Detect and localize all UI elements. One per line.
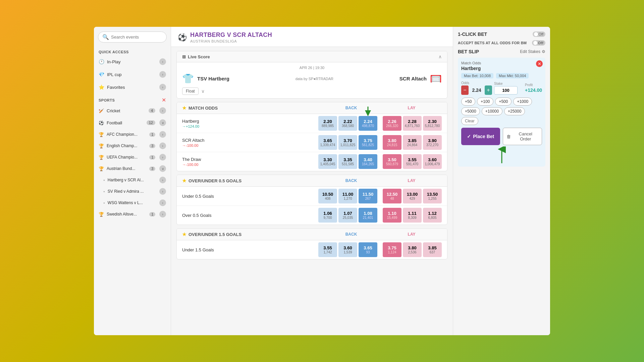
sidebar-item-football[interactable]: ⚽ Football 12 ∨ bbox=[94, 117, 171, 129]
lay-odds-cell[interactable]: 3.55 591,470 bbox=[403, 154, 422, 169]
englishchamp-badge: 3 bbox=[149, 144, 155, 148]
quick-stake-1000[interactable]: +1000 bbox=[513, 98, 532, 106]
place-bet-arrow bbox=[461, 146, 542, 163]
market-title: ★ MATCH ODDS bbox=[182, 105, 218, 111]
swedish-badge: 1 bbox=[149, 212, 155, 217]
englishchamp-arrow[interactable]: › bbox=[159, 142, 166, 149]
sidebar-item-swedishallsve[interactable]: 🏆 Swedish Allsve... 1 › bbox=[94, 208, 171, 220]
odds-group: 3.65 1,339,474 3.70 1,011,825 3.75 561,8… bbox=[236, 135, 442, 150]
lay-odds-cell[interactable]: 2.30 5,812,780 bbox=[423, 116, 442, 131]
lay-odds-cell[interactable]: 2.28 4,871,760 bbox=[403, 116, 422, 131]
back-main-odds-cell[interactable]: 1.08 21,401 bbox=[359, 208, 377, 223]
back-odds-cell[interactable]: 11.00 1,270 bbox=[338, 189, 357, 203]
runner-change: →-100.00 bbox=[182, 163, 236, 167]
back-odds-cell[interactable]: 2.22 368,580 bbox=[338, 116, 357, 131]
back-odds-cell[interactable]: 3.65 1,339,474 bbox=[318, 135, 337, 150]
lay-main-odds-cell[interactable]: 12.50 48 bbox=[383, 189, 401, 203]
place-bet-button[interactable]: ✓ Place Bet bbox=[461, 128, 500, 145]
lay-odds-cell[interactable]: 13.50 1,255 bbox=[423, 189, 442, 203]
afc-arrow[interactable]: › bbox=[159, 131, 166, 138]
lay-odds-cell[interactable]: 1.12 6,805 bbox=[423, 208, 442, 223]
sportradar-logo: data by SP●RTRADAR bbox=[296, 77, 333, 81]
back-odds-cell[interactable]: 1.06 9,700 bbox=[318, 208, 337, 223]
lay-main-odds-cell[interactable]: 3.75 1,124 bbox=[383, 242, 401, 257]
match-date: APR 26 | 19:30 bbox=[182, 66, 442, 70]
lay-odds-cell[interactable]: 1.11 8,309 bbox=[403, 208, 422, 223]
edit-stakes-button[interactable]: Edit Stakes ⚙ bbox=[520, 49, 545, 54]
sidebar-item-favorites[interactable]: ⭐ Favorites › bbox=[94, 81, 171, 94]
inplay-arrow[interactable]: › bbox=[159, 58, 166, 65]
search-input[interactable] bbox=[111, 35, 162, 40]
odds-increment-button[interactable]: + bbox=[485, 85, 492, 95]
hartberg-arrow[interactable]: › bbox=[159, 177, 166, 183]
back-odds-cell[interactable]: 2.20 889,985 bbox=[318, 116, 337, 131]
football-badge: 12 bbox=[147, 120, 155, 125]
back-main-odds-cell[interactable]: 3.65 93 bbox=[359, 242, 377, 257]
back-odds-cell[interactable]: 3.60 1,539 bbox=[338, 242, 357, 257]
back-odds-cell[interactable]: 1.07 25,035 bbox=[338, 208, 357, 223]
quick-stake-clear[interactable]: Clear bbox=[461, 117, 478, 125]
quick-stake-25000[interactable]: +25000 bbox=[504, 107, 525, 115]
stake-input[interactable] bbox=[494, 86, 518, 95]
sidebar-item-inplay[interactable]: 🕐 In-Play › bbox=[94, 55, 171, 68]
cancel-order-button[interactable]: 🗑 Cancel Order bbox=[503, 128, 542, 145]
sidebar-item-englishchamp[interactable]: 🏆 English Champ... 3 › bbox=[94, 140, 171, 152]
close-sports-icon[interactable]: ✕ bbox=[162, 97, 166, 103]
back-odds-cell[interactable]: 3.35 531,585 bbox=[338, 154, 357, 169]
back-main-odds-cell[interactable]: 11.50 267 bbox=[359, 189, 377, 203]
odds-decrement-button[interactable]: − bbox=[461, 85, 469, 95]
bet-card-close-button[interactable]: ✕ bbox=[536, 60, 543, 67]
quick-stake-10000[interactable]: +10000 bbox=[482, 107, 502, 115]
wsgwattens-arrow[interactable]: › bbox=[159, 199, 166, 206]
lay-odds-cell[interactable]: 3.60 1,006,479 bbox=[423, 154, 442, 169]
lay-odds-cell[interactable]: 3.90 372,270 bbox=[423, 135, 442, 150]
svried-arrow[interactable]: › bbox=[159, 188, 166, 195]
sidebar-item-afc[interactable]: 🏆 AFC Champion... 1 › bbox=[94, 129, 171, 140]
event-header: ⚽ HARTBERG V SCR ALTACH AUSTRIAN BUNDESL… bbox=[171, 27, 453, 47]
quick-stake-50[interactable]: +50 bbox=[461, 98, 475, 106]
lay-main-odds-cell[interactable]: 3.50 560,879 bbox=[383, 154, 401, 169]
sidebar-item-svried[interactable]: ● SV Ried v Admira ... › bbox=[94, 186, 171, 197]
lay-odds-cell[interactable]: 3.85 637 bbox=[423, 242, 442, 257]
football-arrow[interactable]: ∨ bbox=[159, 119, 166, 126]
quick-stake-5000[interactable]: +5000 bbox=[461, 107, 480, 115]
back-odds-cell[interactable]: 3.70 1,011,825 bbox=[338, 135, 357, 150]
runner-name: Under 1.5 Goals bbox=[182, 242, 236, 257]
search-box[interactable]: 🔍 bbox=[98, 32, 167, 43]
uefachamp-arrow[interactable]: › bbox=[159, 154, 166, 161]
back-odds-cell[interactable]: 10.50 408 bbox=[318, 189, 337, 203]
live-score-collapse-icon[interactable]: ∧ bbox=[438, 54, 442, 59]
swedish-arrow[interactable]: › bbox=[159, 211, 166, 218]
favorites-arrow[interactable]: › bbox=[159, 84, 166, 90]
sidebar-item-cricket[interactable]: 🏏 Cricket 4 › bbox=[94, 105, 171, 117]
sub-dot-icon: ● bbox=[103, 201, 105, 204]
lay-main-odds-cell[interactable]: 2.26 266,320 bbox=[383, 116, 401, 131]
austrianbund-arrow[interactable]: ∨ bbox=[159, 165, 166, 172]
lay-main-odds-cell[interactable]: 1.10 15,499 bbox=[383, 208, 401, 223]
back-main-odds-cell[interactable]: 3.40 164,265 bbox=[359, 154, 377, 169]
lay-odds-cell[interactable]: 3.85 24,864 bbox=[403, 135, 422, 150]
float-chevron-icon[interactable]: ∨ bbox=[201, 88, 205, 94]
cricket-arrow[interactable]: › bbox=[159, 107, 166, 114]
back-main-odds-cell[interactable]: 3.75 561,825 bbox=[359, 135, 377, 150]
market-title: ★ OVER/UNDER 1.5 GOALS bbox=[182, 232, 241, 237]
accept-bets-toggle[interactable]: Off bbox=[532, 40, 545, 46]
one-click-toggle[interactable]: Off bbox=[533, 32, 545, 37]
runner-change: →+124.00 bbox=[182, 124, 236, 128]
sidebar-item-wsgwattens[interactable]: ● WSG Wattens v L... › bbox=[94, 197, 171, 208]
quick-stake-100[interactable]: +100 bbox=[477, 98, 493, 106]
iplcup-arrow[interactable]: › bbox=[159, 71, 166, 78]
lay-odds-cell[interactable]: 3.80 2,536 bbox=[403, 242, 422, 257]
back-main-odds-cell[interactable]: 2.24 498,870 bbox=[359, 116, 377, 131]
lay-odds-cell[interactable]: 13.00 429 bbox=[403, 189, 422, 203]
sidebar-item-uefachamp[interactable]: 🏆 UEFA Champio... 1 › bbox=[94, 152, 171, 163]
sidebar-item-austrianbund[interactable]: 🏆 Austrian Bund... 3 ∨ bbox=[94, 163, 171, 174]
quick-stake-500[interactable]: +500 bbox=[495, 98, 512, 106]
sidebar-item-iplcup[interactable]: 💎 IPL cup › bbox=[94, 68, 171, 81]
back-odds-cell[interactable]: 3.30 1,405,045 bbox=[318, 154, 337, 169]
lay-main-odds-cell[interactable]: 3.80 24,815 bbox=[383, 135, 401, 150]
sidebar-item-hartberg[interactable]: ● Hartberg v SCR Al... › bbox=[94, 174, 171, 186]
back-odds-cell[interactable]: 3.55 1,742 bbox=[318, 242, 337, 257]
right-panel: 1-CLICK BET Off ACCEPT BETS AT ALL ODDS … bbox=[453, 27, 550, 335]
odds-value-input[interactable] bbox=[469, 87, 484, 93]
